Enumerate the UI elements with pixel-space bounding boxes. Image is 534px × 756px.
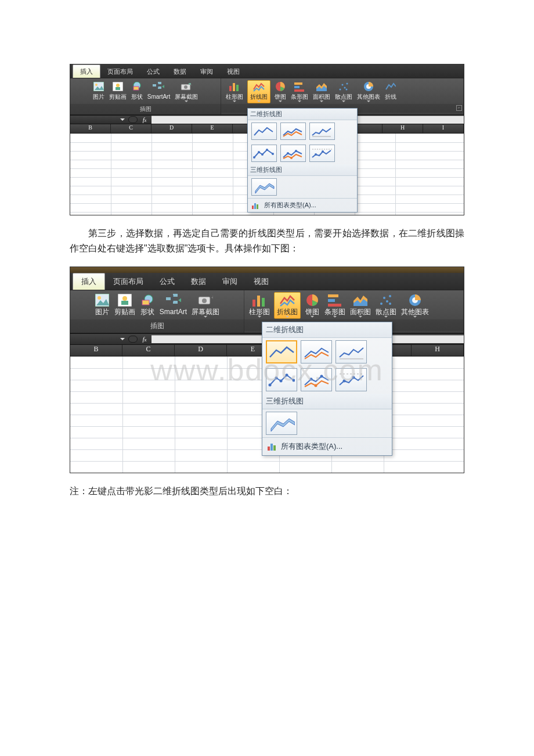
line3d-type-1[interactable] (251, 178, 277, 196)
btn-screenshot[interactable]: + 屏幕截图 (172, 81, 200, 103)
btn-scatter-chart[interactable]: 散点图 (373, 293, 399, 318)
btn-column-chart[interactable]: 柱形图 (223, 81, 246, 103)
fx-icon[interactable]: fx (138, 116, 151, 123)
btn-other-chart[interactable]: 其他图表 (355, 81, 383, 103)
col-E[interactable]: E (192, 124, 233, 133)
namebox-dropdown[interactable] (120, 118, 125, 123)
line2d-type-4[interactable] (266, 368, 297, 391)
tab-view[interactable]: 视图 (220, 65, 247, 78)
col-H[interactable]: H (412, 345, 464, 356)
svg-point-63 (386, 300, 388, 303)
dialog-launcher[interactable]: ⌐ (456, 105, 462, 111)
svg-rect-59 (328, 299, 335, 302)
btn-picture[interactable]: 图片 (91, 81, 107, 100)
line2d-type-5[interactable] (280, 145, 306, 162)
other-chart-icon (363, 81, 374, 92)
screenshot-1: 插入 页面布局 公式 数据 审阅 视图 图片 (70, 64, 464, 215)
tab-insert[interactable]: 插入 (73, 273, 105, 290)
col-D[interactable]: D (175, 345, 227, 356)
spreadsheet-cells[interactable]: 二维折线图 三维折线图 所有图表类型(A)... (70, 134, 464, 215)
col-D[interactable]: D (151, 124, 192, 133)
svg-point-69 (275, 377, 278, 380)
btn-bar-chart[interactable]: 条形图 (288, 81, 311, 103)
svg-rect-55 (257, 296, 260, 307)
btn-clipart[interactable]: 剪贴画 (112, 293, 138, 315)
btn-label: 散点图 (335, 93, 352, 100)
btn-clipart[interactable]: 剪贴画 (107, 81, 129, 100)
btn-scatter-chart[interactable]: 散点图 (333, 81, 355, 103)
btn-line-chart[interactable]: 折线图 (274, 292, 301, 319)
btn-smartart[interactable]: SmartArt (145, 81, 172, 100)
svg-point-29 (258, 151, 260, 153)
btn-other-chart[interactable]: 其他图表 (399, 293, 431, 318)
btn-area-chart[interactable]: 面积图 (348, 293, 373, 318)
line2d-type-5[interactable] (301, 368, 332, 391)
svg-rect-17 (294, 82, 302, 85)
tab-page-layout[interactable]: 页面布局 (105, 273, 151, 290)
svg-point-1 (95, 84, 98, 86)
tab-data[interactable]: 数据 (183, 273, 214, 290)
scatter-chart-icon (378, 293, 394, 308)
all-chart-types[interactable]: 所有图表类型(A)... (248, 198, 357, 212)
svg-point-62 (383, 297, 385, 299)
btn-area-chart[interactable]: 面积图 (311, 81, 333, 103)
svg-point-28 (253, 156, 255, 159)
col-B[interactable]: B (70, 345, 122, 356)
line2d-type-3[interactable] (335, 340, 367, 363)
svg-point-76 (343, 380, 346, 383)
tab-formula[interactable]: 公式 (140, 65, 167, 78)
btn-column-chart[interactable]: 柱形图 (247, 293, 272, 318)
line2d-type-2[interactable] (301, 340, 332, 363)
col-H[interactable]: H (383, 124, 423, 133)
line3d-type-1[interactable] (266, 412, 297, 435)
tab-view[interactable]: 视图 (246, 273, 277, 290)
btn-pie-chart[interactable]: 饼图 (272, 81, 288, 103)
spreadsheet-cells[interactable]: 二维折线图 三维折线图 所有图表类型(A)... (70, 357, 464, 473)
line2d-type-2[interactable] (280, 123, 306, 140)
svg-point-68 (269, 384, 272, 387)
svg-point-71 (286, 374, 288, 377)
btn-label: 饼图 (305, 309, 319, 315)
tab-formula[interactable]: 公式 (151, 273, 183, 290)
screenshot-icon: + (198, 293, 213, 308)
svg-rect-40 (257, 204, 258, 209)
namebox-dropdown[interactable] (120, 338, 125, 343)
btn-screenshot[interactable]: + 屏幕截图 (189, 293, 222, 318)
btn-label: 其他图表 (357, 93, 380, 100)
paragraph-step3: 第三步，选择数据，再选定自己需要的折线图类型后，需要开始选择数据，在二维折线图操… (70, 226, 464, 256)
svg-point-75 (315, 384, 317, 387)
svg-point-36 (315, 153, 317, 156)
popup-header-3d: 三维折线图 (262, 394, 392, 409)
line2d-type-1[interactable] (266, 340, 297, 363)
svg-point-37 (322, 150, 324, 153)
btn-line-chart[interactable]: 折线图 (247, 80, 270, 103)
btn-picture[interactable]: 图片 (92, 293, 112, 315)
svg-point-44 (122, 296, 127, 301)
line2d-type-1[interactable] (251, 123, 277, 140)
line2d-type-6[interactable] (335, 368, 367, 391)
btn-bar-chart[interactable]: 条形图 (322, 293, 348, 318)
line-chart-dropdown: 二维折线图 三维折线图 所有图表类型(A)... (247, 108, 358, 213)
col-C[interactable]: C (122, 345, 175, 356)
btn-line-cut[interactable]: 折线 (383, 81, 399, 100)
line-chart-icon (385, 81, 396, 92)
tab-review[interactable]: 审阅 (193, 65, 220, 78)
svg-rect-48 (166, 297, 171, 300)
tab-data[interactable]: 数据 (167, 65, 193, 78)
btn-smartart[interactable]: SmartArt (157, 293, 189, 315)
btn-shapes[interactable]: 形状 (129, 81, 145, 100)
tab-insert[interactable]: 插入 (73, 64, 100, 78)
svg-point-31 (266, 149, 268, 151)
line2d-type-6[interactable] (309, 145, 335, 162)
btn-pie-chart[interactable]: 饼图 (302, 293, 322, 318)
col-B[interactable]: B (70, 124, 111, 133)
btn-shapes[interactable]: 形状 (138, 293, 157, 315)
line2d-type-3[interactable] (309, 123, 335, 140)
col-I[interactable]: I (423, 124, 464, 133)
tab-page-layout[interactable]: 页面布局 (100, 65, 140, 78)
fx-icon[interactable]: fx (138, 336, 151, 343)
tab-review[interactable]: 审阅 (214, 273, 246, 290)
line2d-type-4[interactable] (251, 145, 277, 162)
col-C[interactable]: C (111, 124, 151, 133)
all-chart-types[interactable]: 所有图表类型(A)... (262, 437, 392, 455)
